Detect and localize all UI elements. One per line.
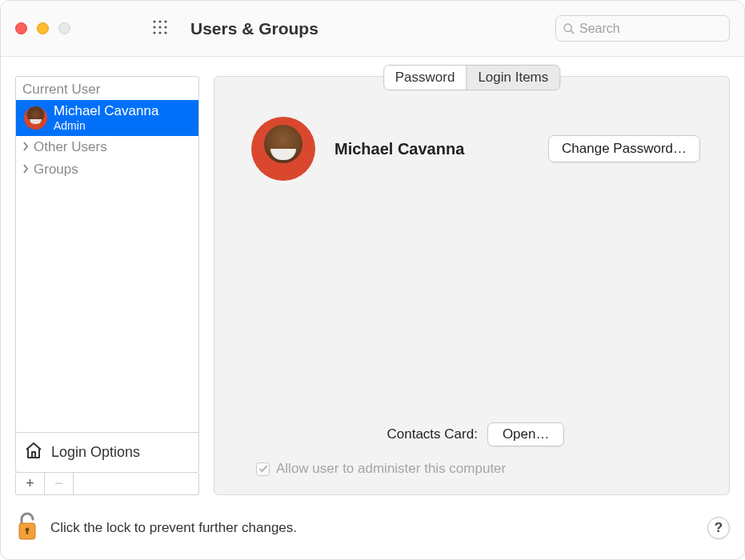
svg-line-10 bbox=[571, 30, 574, 34]
window-controls bbox=[15, 22, 70, 34]
svg-point-9 bbox=[564, 24, 571, 31]
username-label: Michael Cavanna bbox=[334, 140, 464, 158]
footer: Click the lock to prevent further change… bbox=[1, 503, 744, 559]
window: Users & Groups Search Current User Micha… bbox=[0, 0, 745, 560]
chevron-right-icon bbox=[22, 139, 29, 155]
svg-point-4 bbox=[158, 26, 161, 28]
contacts-card-row: Contacts Card: Open… bbox=[251, 422, 700, 446]
groups-label: Groups bbox=[34, 162, 78, 178]
svg-point-7 bbox=[158, 31, 161, 34]
add-remove-bar bbox=[15, 473, 199, 495]
sidebar-user-role: Admin bbox=[54, 119, 158, 132]
sidebar-user-name: Michael Cavanna bbox=[54, 104, 158, 119]
sidebar-item-other-users[interactable]: Other Users bbox=[16, 136, 198, 158]
close-button[interactable] bbox=[15, 22, 27, 34]
tab-password[interactable]: Password bbox=[384, 66, 467, 90]
main-panel: Password Login Items Michael Cavanna Cha… bbox=[214, 76, 730, 495]
tab-bar: Password Login Items bbox=[383, 65, 561, 90]
svg-point-0 bbox=[153, 20, 155, 22]
help-button[interactable]: ? bbox=[707, 517, 730, 539]
svg-point-2 bbox=[164, 20, 166, 22]
maximize-button bbox=[58, 22, 70, 34]
svg-point-8 bbox=[164, 31, 166, 34]
chevron-right-icon bbox=[22, 162, 29, 178]
tab-content-password: Michael Cavanna Change Password… Contact… bbox=[214, 77, 729, 494]
show-all-icon[interactable] bbox=[152, 19, 168, 38]
search-input[interactable]: Search bbox=[555, 15, 730, 42]
search-icon bbox=[563, 22, 575, 35]
svg-point-5 bbox=[164, 26, 166, 28]
page-title: Users & Groups bbox=[190, 19, 318, 38]
titlebar: Users & Groups Search bbox=[1, 1, 744, 57]
admin-checkbox bbox=[256, 462, 270, 476]
svg-point-1 bbox=[158, 20, 161, 22]
open-contacts-button[interactable]: Open… bbox=[487, 422, 565, 446]
add-user-button[interactable] bbox=[16, 473, 45, 494]
tab-login-items[interactable]: Login Items bbox=[466, 66, 559, 90]
admin-checkbox-row: Allow user to administer this computer bbox=[251, 461, 700, 477]
remove-user-button bbox=[45, 473, 74, 494]
search-placeholder: Search bbox=[579, 22, 620, 36]
sidebar-item-current-user[interactable]: Michael Cavanna Admin bbox=[16, 100, 198, 136]
svg-rect-11 bbox=[32, 452, 35, 458]
login-options-button[interactable]: Login Options bbox=[16, 432, 198, 472]
sidebar-item-groups[interactable]: Groups bbox=[16, 158, 198, 181]
nav-arrows bbox=[110, 22, 133, 36]
home-icon bbox=[24, 441, 43, 464]
sidebar: Current User Michael Cavanna Admin Other… bbox=[15, 76, 199, 495]
user-list: Current User Michael Cavanna Admin Other… bbox=[15, 76, 199, 473]
avatar[interactable] bbox=[251, 117, 315, 181]
login-options-label: Login Options bbox=[51, 444, 140, 461]
profile-row: Michael Cavanna Change Password… bbox=[251, 117, 700, 181]
lock-text: Click the lock to prevent further change… bbox=[50, 520, 297, 536]
lock-icon[interactable] bbox=[15, 511, 39, 545]
current-user-header: Current User bbox=[16, 77, 198, 100]
minimize-button[interactable] bbox=[37, 22, 49, 34]
svg-point-3 bbox=[153, 26, 155, 28]
content: Current User Michael Cavanna Admin Other… bbox=[1, 57, 744, 503]
avatar-icon bbox=[24, 106, 47, 130]
svg-rect-15 bbox=[26, 530, 28, 534]
contacts-card-label: Contacts Card: bbox=[387, 426, 478, 442]
svg-point-6 bbox=[153, 31, 155, 34]
change-password-button[interactable]: Change Password… bbox=[548, 135, 700, 162]
other-users-label: Other Users bbox=[34, 139, 107, 155]
admin-checkbox-label: Allow user to administer this computer bbox=[276, 461, 506, 477]
